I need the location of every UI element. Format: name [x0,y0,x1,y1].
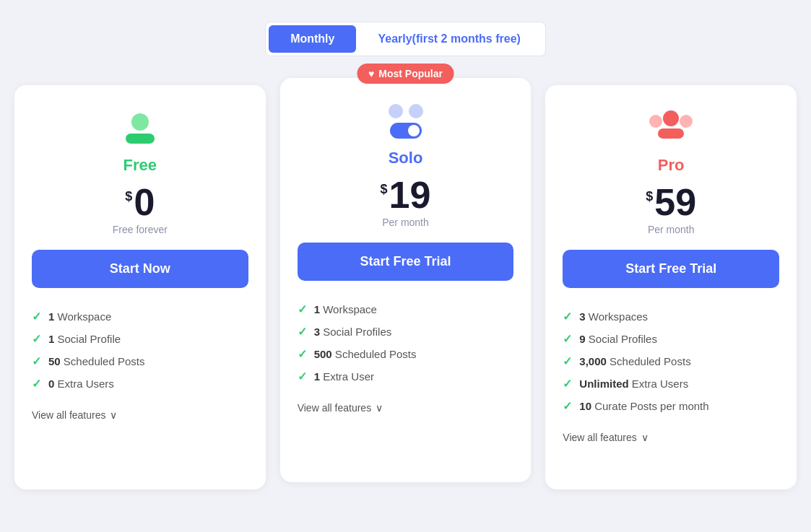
solo-view-all-text: View all features [298,402,371,414]
solo-plan-name: Solo [389,149,423,167]
feature-text: 0 Extra Users [48,378,114,390]
list-item: ✓50 Scheduled Posts [32,350,248,372]
feature-text: Unlimited Extra Users [579,378,688,390]
check-icon: ✓ [563,377,572,391]
pricing-cards: Free $ 0 Free forever Start Now ✓1 Works… [14,85,797,489]
free-price-dollar: $ [125,189,132,204]
free-view-all-link[interactable]: View all features ∨ [32,395,248,421]
pro-price-dollar: $ [646,189,653,204]
badge-label: Most Popular [378,68,443,79]
pro-view-all-text: View all features [563,432,636,443]
pro-cta-button[interactable]: Start Free Trial [563,250,779,288]
feature-text: 1 Extra User [314,370,374,383]
free-price-amount: 0 [134,183,155,221]
free-features-list: ✓1 Workspace ✓1 Social Profile ✓50 Sched… [32,305,248,395]
list-item: ✓3 Social Profiles [298,320,514,343]
heart-icon: ♥ [368,68,374,79]
list-item: ✓1 Workspace [32,305,248,328]
solo-price-area: $ 19 [381,176,431,214]
feature-text: 1 Workspace [48,310,111,323]
solo-plan-icon [381,100,431,143]
list-item: ✓1 Social Profile [32,328,248,350]
feature-text: 9 Social Profiles [579,333,657,345]
solo-features-list: ✓1 Workspace ✓3 Social Profiles ✓500 Sch… [298,298,514,388]
list-item: ✓0 Extra Users [32,372,248,395]
pro-plan-name: Pro [658,156,685,175]
feature-text: 10 Curate Posts per month [579,400,708,412]
most-popular-badge: ♥ Most Popular [357,64,454,84]
solo-price-amount: 19 [389,176,431,214]
pro-price-period: Per month [648,224,695,235]
feature-text: 1 Social Profile [48,333,121,345]
chevron-down-icon: ∨ [376,402,383,414]
feature-text: 3 Social Profiles [314,326,392,338]
chevron-down-icon: ∨ [641,432,649,443]
free-view-all-text: View all features [32,409,105,421]
check-icon: ✓ [32,310,41,323]
feature-text: 500 Scheduled Posts [314,348,417,360]
feature-text: 3 Workspaces [579,310,648,323]
pro-plan-card: Pro $ 59 Per month Start Free Trial ✓3 W… [545,85,797,489]
monthly-toggle-btn[interactable]: Monthly [269,25,356,53]
free-price-period: Free forever [113,224,168,235]
chevron-down-icon: ∨ [110,409,117,421]
check-icon: ✓ [563,310,572,323]
yearly-toggle-btn[interactable]: Yearly(first 2 months free) [356,25,542,53]
pro-features-list: ✓3 Workspaces ✓9 Social Profiles ✓3,000 … [563,305,779,417]
feature-text: 50 Scheduled Posts [48,355,144,367]
check-icon: ✓ [563,354,572,368]
list-item: ✓9 Social Profiles [563,328,779,350]
check-icon: ✓ [298,347,307,361]
list-item: ✓3,000 Scheduled Posts [563,350,779,372]
feature-text: 1 Workspace [314,303,377,315]
check-icon: ✓ [32,354,41,368]
check-icon: ✓ [563,332,572,346]
billing-toggle: Monthly Yearly(first 2 months free) [265,22,546,56]
pro-price-amount: 59 [654,183,696,221]
check-icon: ✓ [563,399,572,413]
solo-price-period: Per month [382,217,429,228]
check-icon: ✓ [298,325,307,339]
solo-plan-card: ♥ Most Popular Solo $ 19 Per month Start… [280,78,532,482]
check-icon: ✓ [32,332,41,346]
list-item: ✓3 Workspaces [563,305,779,328]
free-plan-card: Free $ 0 Free forever Start Now ✓1 Works… [14,85,266,489]
list-item: ✓1 Workspace [298,298,514,320]
solo-view-all-link[interactable]: View all features ∨ [298,388,514,414]
pro-plan-icon [646,107,696,150]
free-plan-icon [115,107,165,150]
list-item: ✓500 Scheduled Posts [298,343,514,365]
solo-cta-button[interactable]: Start Free Trial [298,243,514,281]
solo-price-dollar: $ [381,182,388,197]
feature-text: 3,000 Scheduled Posts [579,355,690,367]
pro-view-all-link[interactable]: View all features ∨ [563,417,779,443]
free-plan-name: Free [123,156,157,175]
free-cta-button[interactable]: Start Now [32,250,248,288]
check-icon: ✓ [32,377,41,391]
free-price-area: $ 0 [125,183,155,221]
list-item: ✓Unlimited Extra Users [563,372,779,395]
list-item: ✓10 Curate Posts per month [563,395,779,417]
check-icon: ✓ [298,302,307,316]
check-icon: ✓ [298,370,307,383]
list-item: ✓1 Extra User [298,365,514,388]
pro-price-area: $ 59 [646,183,696,221]
